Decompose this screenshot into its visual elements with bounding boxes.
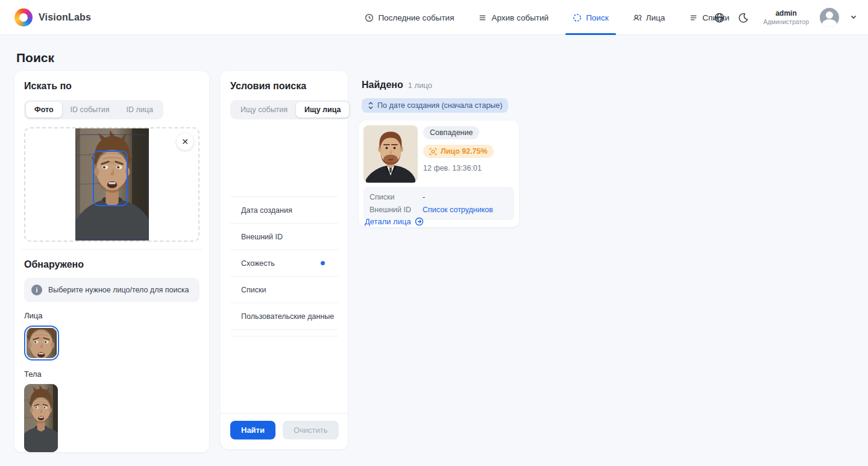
sort-selector[interactable]: По дате создания (сначала старые): [362, 98, 508, 113]
sort-label: По дате создания (сначала старые): [377, 101, 502, 110]
filter-creation-date[interactable]: Дата создания: [230, 197, 338, 223]
clock-icon: [365, 13, 374, 22]
filter-label: Внешний ID: [241, 233, 283, 241]
clear-button[interactable]: Очистить: [283, 421, 339, 439]
moon-icon: [738, 12, 749, 24]
face-details-label: Детали лица: [365, 217, 411, 226]
filter-label: Схожесть: [241, 259, 275, 268]
arrow-circle-icon: [415, 217, 424, 226]
face-similarity-label: Лицо 92.75%: [441, 147, 488, 156]
archive-list-icon: [478, 13, 487, 22]
body-thumbnail-image: [24, 384, 58, 452]
tab-search-faces[interactable]: Ищу лица: [296, 102, 349, 118]
nav-latest-events[interactable]: Последние события: [363, 0, 455, 35]
query-photo: [75, 128, 149, 241]
nav-search[interactable]: Поиск: [571, 0, 609, 35]
brand[interactable]: VisionLabs: [14, 8, 91, 27]
detected-face-thumbnail[interactable]: [24, 326, 59, 361]
avatar[interactable]: [820, 8, 839, 27]
results-title: Найдено: [362, 80, 403, 90]
scan-circle-icon: [573, 13, 582, 22]
language-globe-button[interactable]: [712, 11, 726, 24]
filter-label: Дата создания: [241, 206, 292, 215]
find-button[interactable]: Найти: [230, 421, 275, 439]
conditions-actions: Найти Очистить: [221, 413, 348, 449]
face-thumbnail-image: [27, 328, 57, 358]
face-detection-box[interactable]: [93, 151, 128, 206]
header-right: admin Администратор: [712, 0, 857, 35]
result-card[interactable]: Совпадение Лицо 92.75% 12 фев. 13:36:01 …: [359, 121, 519, 227]
photo-dropzone[interactable]: ✕: [24, 127, 200, 242]
employee-list-link[interactable]: Список сотрудников: [423, 204, 493, 216]
match-badge: Совпадение: [423, 126, 479, 139]
active-filter-dot: [321, 261, 325, 265]
search-by-tabs: Фото ID события ID лица: [24, 100, 163, 119]
detection-hint: i Выберите нужное лицо/тело для поиска: [24, 278, 200, 302]
filter-external-id[interactable]: Внешний ID: [230, 224, 338, 250]
info-icon: i: [31, 285, 42, 295]
sort-icon: [368, 102, 374, 109]
app-window: VisionLabs Последние события Архив событ…: [0, 0, 868, 466]
match-photo-image: [363, 125, 418, 183]
results-header: Найдено 1 лицо: [362, 80, 432, 90]
face-match-icon: [429, 148, 437, 156]
filter-label: Пользовательские данные: [241, 312, 334, 321]
page-title: Поиск: [16, 51, 54, 65]
filter-list: Дата создания Внешний ID Схожесть Списки…: [230, 197, 338, 336]
tab-search-events[interactable]: Ищу события: [232, 102, 296, 118]
meta-row-lists: Списки -: [370, 191, 508, 204]
tab-face-id[interactable]: ID лица: [118, 102, 162, 118]
nav-label: Последние события: [378, 13, 454, 22]
detected-body-thumbnail[interactable]: [24, 384, 58, 452]
meta-label: Списки: [370, 191, 423, 204]
user-name: admin: [763, 9, 809, 18]
divider: [230, 336, 338, 336]
face-similarity-badge: Лицо 92.75%: [423, 145, 494, 158]
brand-name: VisionLabs: [39, 12, 91, 23]
bodies-group-label: Тела: [24, 370, 200, 379]
filter-label: Списки: [241, 286, 266, 294]
faces-icon: [633, 13, 642, 22]
theme-toggle-button[interactable]: [737, 11, 750, 24]
lists-icon: [689, 13, 698, 22]
face-details-link[interactable]: Детали лица: [365, 217, 424, 226]
globe-icon: [714, 12, 725, 24]
match-info-column: Совпадение Лицо 92.75% 12 фев. 13:36:01: [423, 126, 494, 172]
close-icon: ✕: [181, 137, 189, 146]
results-count: 1 лицо: [408, 81, 432, 90]
meta-value: -: [423, 191, 425, 204]
user-role: Администратор: [763, 18, 809, 26]
user-menu-toggle[interactable]: [850, 12, 857, 23]
nav-label: Архив событий: [491, 13, 549, 22]
filter-similarity[interactable]: Схожесть: [230, 250, 338, 276]
nav-events-archive[interactable]: Архив событий: [477, 0, 550, 35]
top-navbar: VisionLabs Последние события Архив событ…: [0, 0, 868, 35]
search-by-panel: Искать по Фото ID события ID лица ✕ Обна…: [14, 71, 209, 452]
chevron-down-icon: [850, 13, 857, 20]
match-photo: [363, 125, 418, 183]
filter-lists[interactable]: Списки: [230, 277, 338, 303]
main-nav: Последние события Архив событий Поиск Ли…: [363, 0, 731, 35]
meta-label: Внешний ID: [370, 204, 423, 216]
conditions-title: Условия поиска: [230, 81, 338, 92]
meta-row-external-id: Внешний ID Список сотрудников: [370, 204, 508, 216]
remove-photo-button[interactable]: ✕: [177, 133, 193, 150]
detected-title: Обнаружено: [24, 259, 200, 270]
user-info: admin Администратор: [763, 9, 809, 26]
spacer: [230, 330, 338, 336]
nav-label: Поиск: [586, 13, 608, 22]
nav-label: Лица: [646, 13, 665, 22]
divider: [22, 249, 202, 250]
match-meta: Списки - Внешний ID Список сотрудников: [363, 187, 514, 220]
nav-faces[interactable]: Лица: [632, 0, 667, 35]
filter-user-data[interactable]: Пользовательские данные: [230, 303, 338, 329]
hint-text: Выберите нужное лицо/тело для поиска: [48, 286, 189, 294]
search-conditions-panel: Условия поиска Ищу события Ищу лица Дата…: [221, 71, 348, 449]
tab-event-id[interactable]: ID события: [62, 102, 118, 118]
tab-photo[interactable]: Фото: [26, 102, 62, 118]
visionlabs-logo-icon: [14, 8, 33, 27]
faces-group-label: Лица: [24, 311, 200, 320]
conditions-tabs: Ищу события Ищу лица: [230, 100, 351, 119]
match-timestamp: 12 фев. 13:36:01: [423, 164, 494, 172]
search-by-title: Искать по: [24, 81, 200, 92]
